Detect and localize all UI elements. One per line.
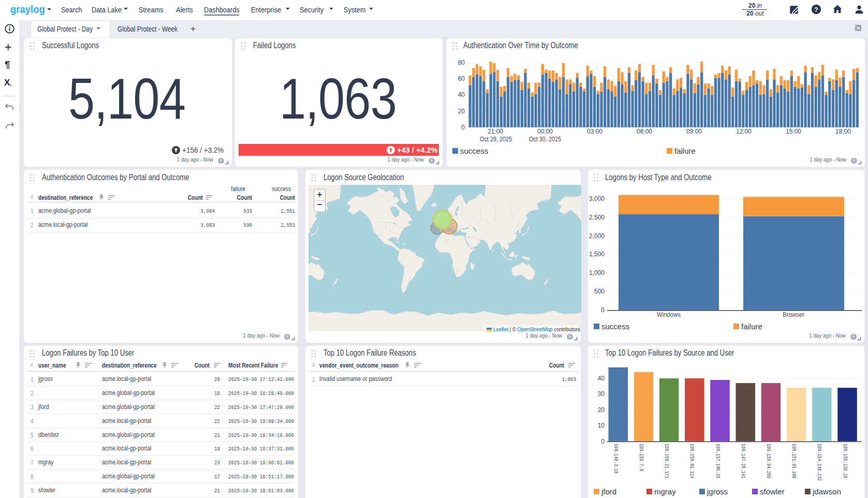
svg-text:40: 40: [458, 91, 465, 98]
svg-text:21:00: 21:00: [488, 128, 503, 135]
svg-text:1,000: 1,000: [589, 269, 605, 276]
svg-text:3,000: 3,000: [589, 195, 605, 202]
svg-text:20: 20: [458, 108, 465, 115]
svg-text:30: 30: [598, 390, 605, 398]
svg-text:03:00: 03:00: [587, 128, 602, 135]
svg-text:109.155.136.16: 109.155.136.16: [842, 444, 848, 478]
svg-text:?: ?: [814, 6, 818, 13]
svg-text:109.154.146.232: 109.154.146.232: [816, 444, 822, 481]
svg-text:09:00: 09:00: [686, 128, 702, 135]
svg-text:500: 500: [594, 288, 605, 295]
svg-text:109.159.91.114: 109.159.91.114: [689, 444, 695, 478]
svg-text:40: 40: [598, 375, 605, 382]
svg-text:06:00: 06:00: [637, 128, 652, 135]
svg-text:Oct 30, 2025: Oct 30, 2025: [529, 136, 561, 143]
svg-text:15:00: 15:00: [786, 128, 801, 135]
svg-text:20: 20: [598, 406, 605, 414]
svg-text:109.150.7.9: 109.150.7.9: [638, 444, 644, 471]
svg-text:80: 80: [458, 59, 465, 66]
svg-text:60: 60: [458, 75, 465, 82]
svg-text:109.159.94.200: 109.159.94.200: [766, 444, 772, 478]
svg-text:109.159.21.171: 109.159.21.171: [664, 444, 670, 478]
svg-text:2,500: 2,500: [589, 214, 605, 221]
svg-text:109.148.3.16: 109.148.3.16: [613, 444, 619, 474]
svg-text:Windows: Windows: [657, 311, 681, 318]
svg-text:10: 10: [598, 422, 605, 429]
svg-text:12:00: 12:00: [736, 128, 752, 135]
svg-text:18:00: 18:00: [835, 128, 851, 135]
svg-text:1,500: 1,500: [589, 251, 605, 258]
svg-text:Browser: Browser: [783, 311, 804, 318]
svg-text:Oct 29, 2025: Oct 29, 2025: [480, 136, 512, 143]
svg-text:109.151.93.190: 109.151.93.190: [791, 444, 797, 478]
svg-text:109.147.26.141: 109.147.26.141: [740, 444, 746, 478]
svg-text:0: 0: [461, 124, 465, 131]
svg-text:00:00: 00:00: [537, 128, 553, 135]
svg-text:0: 0: [601, 306, 605, 314]
svg-text:2,000: 2,000: [589, 232, 605, 240]
svg-text:0: 0: [601, 438, 605, 445]
svg-text:109.157.196.35: 109.157.196.35: [715, 444, 721, 478]
